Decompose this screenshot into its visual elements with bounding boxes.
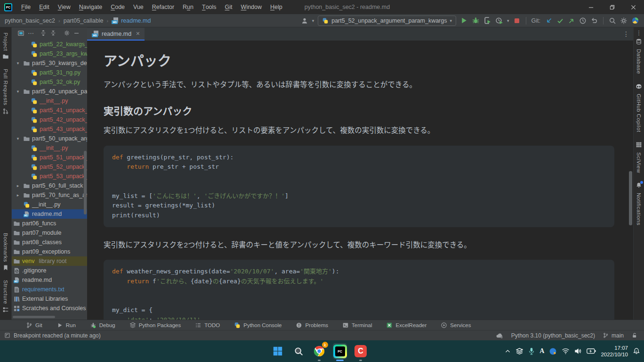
- tree-item-part5-70-func-as-arg[interactable]: ▸part5_70_func_as_arg: [12, 190, 87, 200]
- microphone-icon[interactable]: [528, 347, 535, 355]
- history-button[interactable]: [579, 17, 587, 25]
- volume-icon[interactable]: [574, 348, 582, 354]
- stacked-windows-icon[interactable]: z: [515, 347, 523, 355]
- run-configuration-select[interactable]: part5_52_unpack_argument_param_kwargs ▾: [318, 16, 456, 26]
- run-button[interactable]: [460, 16, 468, 25]
- tree-item-part5-42-unpack-pa[interactable]: part5_42_unpack_pa: [12, 115, 87, 124]
- minimize-button[interactable]: [580, 0, 602, 14]
- breadcrumb-current-file[interactable]: MDreadme.md: [112, 17, 151, 24]
- collapse-all-icon[interactable]: [50, 30, 56, 36]
- editor-options-icon[interactable]: ⋮: [623, 30, 629, 38]
- tree-item-scratches-and-consoles[interactable]: Scratches and Consoles: [12, 304, 87, 313]
- battery-icon[interactable]: [587, 348, 596, 354]
- wifi-icon[interactable]: [562, 348, 570, 354]
- sidebar-item-project[interactable]: Project: [2, 30, 9, 60]
- tree-item-part09-exceptions[interactable]: part09_exceptions: [12, 247, 87, 256]
- debug-button[interactable]: [472, 16, 480, 25]
- toolwindow-services[interactable]: Services: [441, 322, 471, 329]
- tree-item-part07-module[interactable]: part07_module: [12, 228, 87, 238]
- toolwindow-python-console[interactable]: Python Console: [234, 322, 282, 329]
- tab-readme[interactable]: MD readme.md ✕: [87, 28, 145, 41]
- toolwindow-git[interactable]: Git: [26, 322, 42, 329]
- editor-scrollbar[interactable]: [629, 171, 632, 225]
- commit-button[interactable]: [556, 17, 564, 25]
- toolwindow-terminal[interactable]: Terminal: [342, 322, 372, 329]
- more-icon[interactable]: ⋮: [636, 29, 642, 36]
- taskbar-search-button[interactable]: [291, 343, 306, 359]
- toolwindow-python-packages[interactable]: Python Packages: [129, 322, 181, 329]
- toolwindow-excelreader[interactable]: ExcelReader: [386, 322, 427, 329]
- menu-refactor[interactable]: Refactor: [148, 0, 178, 14]
- tree-item-part5-52-unpack-an[interactable]: part5_52_unpack_an: [12, 162, 87, 172]
- menu-git[interactable]: Git: [221, 0, 237, 14]
- project-vertical-scrollbar[interactable]: [84, 151, 87, 214]
- menu-view[interactable]: View: [54, 0, 75, 14]
- tree-item-part5-31-ng-py[interactable]: part5_31_ng.py: [12, 68, 87, 77]
- menu-window[interactable]: Window: [237, 0, 266, 14]
- rollback-button[interactable]: [590, 17, 598, 25]
- sidebar-item-database[interactable]: Database: [636, 38, 642, 76]
- ime-indicator[interactable]: A: [539, 347, 544, 355]
- tree-item-part5-23-args-kwarg[interactable]: part5_23_args_kwarg: [12, 49, 87, 58]
- tree-item-part5-50-unpack-argun[interactable]: ▾part5_50_unpack_argun: [12, 134, 87, 143]
- status-message[interactable]: Breakpoint reached (a minute ago): [14, 332, 101, 339]
- run-with-coverage-button[interactable]: [483, 16, 491, 25]
- vcs-update-button[interactable]: [545, 17, 553, 25]
- close-button[interactable]: [623, 0, 644, 14]
- toolwindow-problems[interactable]: Problems: [296, 322, 328, 329]
- tree-item-readme-md[interactable]: MDreadme.md: [12, 209, 87, 219]
- tab-close-icon[interactable]: ✕: [136, 31, 140, 37]
- lock-icon[interactable]: [631, 332, 637, 338]
- chrome-taskbar-button[interactable]: k: [312, 343, 326, 359]
- menu-tools[interactable]: Tools: [198, 0, 221, 14]
- menu-file[interactable]: File: [17, 0, 35, 14]
- tree-item-part5-51-unpack-an[interactable]: part5_51_unpack_an: [12, 153, 87, 162]
- sidebar-item-sciview[interactable]: SciView: [636, 141, 642, 175]
- tree-item-part5-32-ok-py[interactable]: part5_32_ok.py: [12, 77, 87, 87]
- menu-vue[interactable]: Vue: [129, 0, 148, 14]
- tree-item-readme-md[interactable]: MDreadme.md: [12, 275, 87, 285]
- user-dropdown-icon[interactable]: ▾: [312, 18, 314, 23]
- toolwindow-run[interactable]: Run: [56, 322, 76, 329]
- menu-help[interactable]: Help: [266, 0, 287, 14]
- tree-item-part06-funcs[interactable]: part06_funcs: [12, 219, 87, 228]
- panel-settings-gear-icon[interactable]: [64, 30, 70, 36]
- menu-run[interactable]: Run: [178, 0, 198, 14]
- toolwindow-todo[interactable]: TODO: [195, 322, 220, 329]
- tree-item-part5-41-unpack-pa[interactable]: part5_41_unpack_pa: [12, 106, 87, 115]
- sidebar-item-structure[interactable]: Structure: [2, 278, 9, 313]
- menu-navigate[interactable]: Navigate: [75, 0, 106, 14]
- profiler-button[interactable]: [495, 16, 503, 25]
- menu-edit[interactable]: Edit: [35, 0, 54, 14]
- user-icon[interactable]: [301, 17, 308, 25]
- hide-panel-icon[interactable]: [73, 30, 80, 36]
- tree-item--init-py[interactable]: __init__.py: [12, 143, 87, 153]
- tree-item--init-py[interactable]: __init__.py: [12, 200, 87, 209]
- clock-widget[interactable]: 17:07 2022/10/10: [601, 345, 628, 358]
- push-button[interactable]: [568, 17, 575, 25]
- expand-all-icon[interactable]: [40, 30, 47, 36]
- breadcrumb-item[interactable]: python_basic_sec2: [5, 17, 55, 24]
- tree-item--init-py[interactable]: __init__.py: [12, 96, 87, 106]
- sidebar-item-bookmarks[interactable]: Bookmarks: [2, 230, 9, 271]
- code-with-me-icon[interactable]: [631, 16, 639, 25]
- settings-gear-icon[interactable]: [620, 17, 628, 25]
- sidebar-item-pull-requests[interactable]: Pull Requests: [2, 66, 9, 114]
- interpreter-widget[interactable]: Python 3.10 (python_basic_sec2): [511, 332, 595, 339]
- menu-code[interactable]: Code: [106, 0, 129, 14]
- profiler-dropdown-icon[interactable]: ▾: [507, 18, 509, 23]
- tree-item-venv[interactable]: venvlibrary root: [12, 256, 87, 266]
- sidebar-item-notifications[interactable]: Notifications: [636, 182, 642, 228]
- toolwindow-debug[interactable]: Debug: [90, 322, 115, 329]
- chevron-down-icon[interactable]: ▾: [15, 136, 21, 141]
- chevron-right-icon[interactable]: ▸: [15, 193, 21, 197]
- restore-button[interactable]: [602, 0, 623, 14]
- select-opened-file-icon[interactable]: [17, 30, 24, 37]
- project-horizontal-scrollbar[interactable]: [13, 316, 55, 318]
- tree-item-part5-22-kwargs-sa[interactable]: part5_22_kwargs_sa: [12, 40, 87, 49]
- tree-item-external-libraries[interactable]: External Libraries: [12, 294, 87, 304]
- notification-bell-icon[interactable]: z: [633, 347, 640, 355]
- cloud-sync-icon[interactable]: [496, 332, 504, 339]
- sidebar-item-github-copilot[interactable]: GitHub Copilot: [636, 83, 642, 135]
- chevron-right-icon[interactable]: ▸: [15, 183, 21, 188]
